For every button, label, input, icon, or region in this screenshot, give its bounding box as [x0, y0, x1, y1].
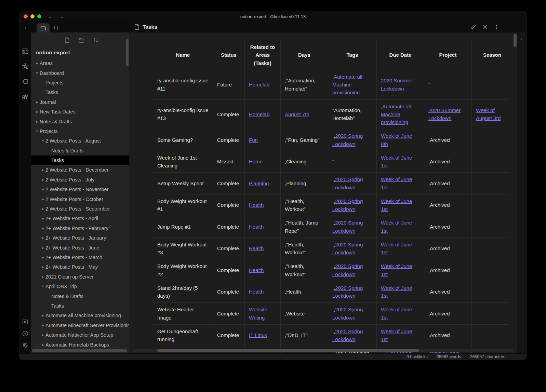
- tree-item-folder[interactable]: ▶2+ Website Posts - May: [31, 262, 129, 272]
- tree-item-file[interactable]: Tasks: [31, 301, 129, 311]
- collapse-arrow-right-icon[interactable]: ▶: [40, 314, 45, 317]
- collapse-arrow-right-icon[interactable]: ▶: [35, 120, 40, 123]
- collapse-arrow-right-icon[interactable]: ▶: [35, 110, 40, 113]
- internal-link[interactable]: 2020 Spring Lockdown: [332, 220, 363, 233]
- internal-link[interactable]: IT Linux: [249, 332, 267, 338]
- tree-item-file[interactable]: Tasks: [31, 87, 129, 97]
- internal-link[interactable]: Health: [249, 267, 264, 273]
- internal-link[interactable]: Health: [249, 289, 264, 295]
- internal-link[interactable]: 2020 Summer Lockdown: [428, 107, 461, 121]
- tree-item-folder[interactable]: ▼Dashboard: [31, 68, 129, 78]
- tree-item-folder[interactable]: ▶Automatic Homelab Backups: [31, 340, 129, 349]
- internal-link[interactable]: Homelab: [249, 82, 269, 87]
- tree-item-file[interactable]: Tasks: [31, 156, 129, 165]
- internal-link[interactable]: Health: [249, 224, 264, 230]
- expand-right-sidebar-icon[interactable]: ‹: [521, 36, 523, 353]
- backlink-count[interactable]: 0 backlinks: [407, 354, 428, 359]
- internal-link[interactable]: 2020 Spring Lockdown: [332, 176, 363, 190]
- internal-link[interactable]: 2020 Spring Lockdown: [332, 198, 363, 212]
- internal-link[interactable]: August 7th: [285, 111, 309, 117]
- collapse-arrow-right-icon[interactable]: ▶: [40, 265, 45, 269]
- collapse-arrow-right-icon[interactable]: ▶: [40, 178, 45, 181]
- tree-item-folder[interactable]: ▶2+ Website Posts - March: [31, 253, 129, 262]
- internal-link[interactable]: Homelab: [249, 111, 269, 117]
- more-options-icon[interactable]: [494, 24, 499, 30]
- collapse-arrow-right-icon[interactable]: ▶: [40, 343, 45, 347]
- new-folder-icon[interactable]: [78, 37, 85, 43]
- collapse-arrow-right-icon[interactable]: ▶: [40, 168, 45, 172]
- internal-link[interactable]: 2020 Summer Lockdown: [381, 78, 413, 91]
- tree-item-folder[interactable]: ▶2+ Website Posts - June: [31, 243, 129, 252]
- sort-order-icon[interactable]: [93, 37, 99, 43]
- internal-link[interactable]: Week of June 8th: [381, 133, 412, 147]
- internal-link[interactable]: Home: [249, 159, 263, 164]
- close-window-button[interactable]: [24, 14, 28, 18]
- internal-link[interactable]: Week of June 1st: [381, 220, 412, 233]
- collapse-arrow-down-icon[interactable]: ▼: [35, 71, 40, 75]
- graph-view-icon[interactable]: [22, 63, 29, 70]
- navigate-back-icon[interactable]: ←: [48, 14, 53, 19]
- tree-item-folder[interactable]: ▶Automate Minecraft Server Provisioning: [31, 321, 129, 330]
- tree-item-folder[interactable]: ▼2 Website Posts - August: [31, 136, 129, 146]
- internal-link[interactable]: Week of June 1st: [381, 263, 412, 277]
- tree-item-folder[interactable]: ▶New Task Dates: [31, 107, 129, 117]
- collapse-arrow-down-icon[interactable]: ▼: [40, 139, 45, 143]
- internal-link[interactable]: 2020 Spring Lockdown: [332, 307, 363, 320]
- settings-icon[interactable]: [22, 342, 29, 349]
- minimize-window-button[interactable]: [30, 14, 35, 18]
- collapse-arrow-right-icon[interactable]: ▶: [40, 207, 45, 211]
- internal-link[interactable]: Automate all Machine provisioning: [332, 74, 362, 96]
- tree-item-folder[interactable]: ▶Automate Nativefier App Setup: [31, 330, 129, 340]
- collapse-arrow-down-icon[interactable]: ▼: [35, 130, 40, 133]
- tree-item-folder[interactable]: ▶Automate all Machine provisioning: [31, 311, 129, 320]
- editor-vertical-scrollbar[interactable]: [514, 34, 517, 47]
- collapse-arrow-right-icon[interactable]: ▶: [40, 188, 45, 191]
- internal-link[interactable]: Week of June 1st: [381, 242, 412, 255]
- internal-link[interactable]: 2020 Spring Lockdown: [332, 242, 363, 255]
- tab-search[interactable]: [50, 23, 63, 32]
- tree-item-folder[interactable]: ▶2021 Clean up Server: [31, 272, 129, 282]
- navigate-forward-icon[interactable]: →: [59, 14, 64, 19]
- collapse-arrow-right-icon[interactable]: ▶: [40, 275, 45, 279]
- internal-link[interactable]: Week of June 1st: [381, 307, 412, 320]
- internal-link[interactable]: Week of June 1st: [381, 198, 412, 212]
- collapse-arrow-right-icon[interactable]: ▶: [35, 100, 40, 104]
- collapse-arrow-right-icon[interactable]: ▶: [40, 217, 45, 220]
- explorer-vertical-scrollbar[interactable]: [126, 39, 129, 66]
- collapse-arrow-right-icon[interactable]: ▶: [35, 62, 40, 65]
- internal-link[interactable]: Week of June 1st: [381, 176, 412, 190]
- tree-item-file[interactable]: Notes & Drafts: [31, 291, 129, 301]
- tree-item-file[interactable]: Projects: [31, 78, 129, 87]
- close-pane-icon[interactable]: [482, 24, 488, 30]
- internal-link[interactable]: 2020 Spring Lockdown: [332, 133, 363, 147]
- tree-item-folder[interactable]: ▶Areas: [31, 58, 129, 68]
- internal-link[interactable]: Week of June 1st: [381, 285, 412, 299]
- tree-item-folder[interactable]: ▶2 Website Posts - July: [31, 175, 129, 185]
- internal-link[interactable]: Health: [249, 245, 264, 251]
- editor-horizontal-scrollbar-thumb[interactable]: [157, 349, 419, 352]
- internal-link[interactable]: 2020 Spring Lockdown: [332, 263, 363, 277]
- zoom-window-button[interactable]: [37, 14, 41, 18]
- tree-item-file[interactable]: Notes & Drafts: [31, 146, 129, 156]
- internal-link[interactable]: 2020 Spring Lockdown: [332, 328, 363, 342]
- internal-link[interactable]: Week of August 3rd: [476, 107, 501, 121]
- internal-link[interactable]: 2020 Spring Lockdown: [332, 285, 363, 299]
- tree-item-folder[interactable]: ▶2+ Website Posts - January: [31, 233, 129, 243]
- vault-switcher-icon[interactable]: [22, 319, 29, 325]
- tree-item-folder[interactable]: ▼Projects: [31, 126, 129, 136]
- internal-link[interactable]: Health: [249, 202, 264, 208]
- internal-link[interactable]: Week of June 1st: [381, 155, 412, 168]
- internal-link[interactable]: Fun: [249, 137, 258, 143]
- collapse-arrow-right-icon[interactable]: ▶: [40, 227, 45, 230]
- explorer-horizontal-scrollbar[interactable]: [32, 349, 127, 352]
- editor-horizontal-scrollbar[interactable]: [133, 349, 514, 352]
- internal-link[interactable]: Week of June 1st: [381, 328, 412, 342]
- collapse-left-sidebar-icon[interactable]: ‹: [25, 24, 26, 30]
- vault-name[interactable]: notion-export: [31, 48, 129, 58]
- tab-file-explorer[interactable]: [37, 23, 50, 32]
- internal-link[interactable]: Automate all Machine provisioning: [381, 104, 411, 125]
- tree-item-folder[interactable]: ▶2 Website Posts - November: [31, 185, 129, 194]
- tree-item-folder[interactable]: ▼April OBX Trip: [31, 282, 129, 291]
- tree-item-folder[interactable]: ▶2+ Website Posts - April: [31, 214, 129, 223]
- collapse-arrow-right-icon[interactable]: ▶: [40, 324, 45, 327]
